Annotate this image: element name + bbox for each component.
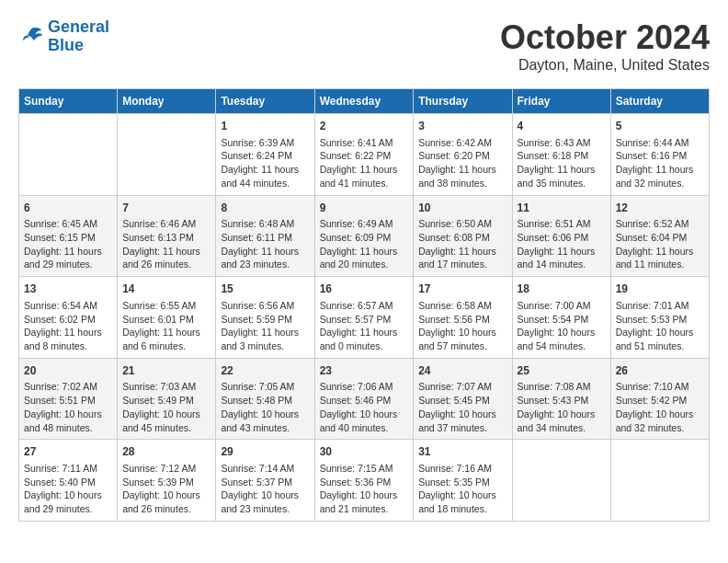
sunrise-time: Sunrise: 6:52 AM <box>616 217 704 231</box>
sunset-time: Sunset: 6:24 PM <box>221 149 309 163</box>
sunrise-time: Sunrise: 7:01 AM <box>616 299 704 313</box>
sunset-time: Sunset: 6:16 PM <box>616 149 704 163</box>
day-number: 8 <box>221 201 309 216</box>
daylight-hours: Daylight: 10 hours and 23 minutes. <box>221 488 309 515</box>
day-headers-row: SundayMondayTuesdayWednesdayThursdayFrid… <box>19 89 710 114</box>
calendar-cell <box>512 440 610 522</box>
calendar-cell: 17Sunrise: 6:58 AMSunset: 5:56 PMDayligh… <box>414 277 512 359</box>
day-number: 16 <box>320 282 409 297</box>
daylight-hours: Daylight: 10 hours and 45 minutes. <box>122 408 210 434</box>
day-number: 10 <box>418 201 506 216</box>
sunrise-time: Sunrise: 7:07 AM <box>418 380 506 394</box>
calendar-cell: 21Sunrise: 7:03 AMSunset: 5:49 PMDayligh… <box>118 358 216 440</box>
daylight-hours: Daylight: 10 hours and 34 minutes. <box>518 408 606 434</box>
sunset-time: Sunset: 6:04 PM <box>616 231 704 245</box>
daylight-hours: Daylight: 11 hours and 11 minutes. <box>616 245 704 271</box>
week-row-3: 13Sunrise: 6:54 AMSunset: 6:02 PMDayligh… <box>19 277 710 359</box>
day-number: 17 <box>418 282 506 297</box>
day-number: 1 <box>221 119 309 134</box>
day-number: 30 <box>320 444 409 460</box>
calendar-cell: 20Sunrise: 7:02 AMSunset: 5:51 PMDayligh… <box>19 358 118 440</box>
sunrise-time: Sunrise: 6:54 AM <box>24 299 112 313</box>
sunrise-time: Sunrise: 6:45 AM <box>24 217 112 231</box>
day-number: 18 <box>518 282 606 297</box>
sunrise-time: Sunrise: 6:56 AM <box>221 299 309 313</box>
sunrise-time: Sunrise: 6:39 AM <box>221 136 309 150</box>
daylight-hours: Daylight: 11 hours and 8 minutes. <box>24 326 112 352</box>
sunset-time: Sunset: 5:59 PM <box>221 313 309 327</box>
sunrise-time: Sunrise: 7:03 AM <box>122 380 210 394</box>
daylight-hours: Daylight: 11 hours and 14 minutes. <box>518 245 606 271</box>
sunrise-time: Sunrise: 7:11 AM <box>24 462 112 476</box>
daylight-hours: Daylight: 11 hours and 44 minutes. <box>221 163 309 190</box>
day-number: 26 <box>616 363 704 379</box>
calendar-cell <box>19 114 118 196</box>
page-header: General Blue October 2024 Dayton, Maine,… <box>18 18 710 74</box>
day-number: 13 <box>24 282 112 297</box>
sunset-time: Sunset: 6:02 PM <box>24 313 112 327</box>
daylight-hours: Daylight: 10 hours and 57 minutes. <box>418 326 506 352</box>
calendar-cell: 6Sunrise: 6:45 AMSunset: 6:15 PMDaylight… <box>19 195 118 277</box>
calendar-cell: 22Sunrise: 7:05 AMSunset: 5:48 PMDayligh… <box>216 358 314 440</box>
week-row-4: 20Sunrise: 7:02 AMSunset: 5:51 PMDayligh… <box>19 358 710 440</box>
day-number: 25 <box>518 363 606 379</box>
day-number: 11 <box>518 201 606 216</box>
calendar-cell: 19Sunrise: 7:01 AMSunset: 5:53 PMDayligh… <box>610 277 709 359</box>
calendar-cell: 18Sunrise: 7:00 AMSunset: 5:54 PMDayligh… <box>512 277 610 359</box>
calendar-cell: 30Sunrise: 7:15 AMSunset: 5:36 PMDayligh… <box>314 440 414 522</box>
calendar-cell: 4Sunrise: 6:43 AMSunset: 6:18 PMDaylight… <box>512 114 610 196</box>
calendar-cell: 11Sunrise: 6:51 AMSunset: 6:06 PMDayligh… <box>512 195 610 277</box>
sunset-time: Sunset: 5:56 PM <box>418 313 506 327</box>
day-header-saturday: Saturday <box>610 89 709 114</box>
sunrise-time: Sunrise: 6:57 AM <box>320 299 409 313</box>
sunset-time: Sunset: 5:49 PM <box>122 394 210 408</box>
calendar-cell: 15Sunrise: 6:56 AMSunset: 5:59 PMDayligh… <box>216 277 314 359</box>
daylight-hours: Daylight: 10 hours and 43 minutes. <box>221 408 309 434</box>
daylight-hours: Daylight: 10 hours and 51 minutes. <box>616 326 704 352</box>
calendar-cell: 1Sunrise: 6:39 AMSunset: 6:24 PMDaylight… <box>216 114 314 196</box>
day-number: 20 <box>24 363 112 379</box>
sunset-time: Sunset: 6:20 PM <box>418 149 506 163</box>
daylight-hours: Daylight: 10 hours and 18 minutes. <box>418 488 506 515</box>
week-row-1: 1Sunrise: 6:39 AMSunset: 6:24 PMDaylight… <box>19 114 710 196</box>
day-number: 7 <box>122 201 210 216</box>
day-number: 5 <box>616 119 704 134</box>
calendar-cell: 9Sunrise: 6:49 AMSunset: 6:09 PMDaylight… <box>314 195 414 277</box>
calendar-table: SundayMondayTuesdayWednesdayThursdayFrid… <box>18 88 710 522</box>
sunset-time: Sunset: 5:36 PM <box>320 476 409 489</box>
calendar-cell <box>610 440 709 522</box>
calendar-cell: 5Sunrise: 6:44 AMSunset: 6:16 PMDaylight… <box>610 114 709 196</box>
day-number: 3 <box>418 119 506 134</box>
day-number: 21 <box>122 363 210 379</box>
calendar-cell <box>118 114 216 196</box>
daylight-hours: Daylight: 10 hours and 40 minutes. <box>320 408 409 434</box>
sunrise-time: Sunrise: 6:46 AM <box>122 217 210 231</box>
day-header-wednesday: Wednesday <box>314 89 414 114</box>
sunset-time: Sunset: 6:09 PM <box>320 231 409 245</box>
sunset-time: Sunset: 5:40 PM <box>24 476 112 489</box>
daylight-hours: Daylight: 10 hours and 26 minutes. <box>122 488 210 515</box>
sunset-time: Sunset: 5:35 PM <box>418 476 506 489</box>
sunset-time: Sunset: 6:18 PM <box>518 149 606 163</box>
calendar-cell: 27Sunrise: 7:11 AMSunset: 5:40 PMDayligh… <box>19 440 118 522</box>
sunset-time: Sunset: 6:06 PM <box>518 231 606 245</box>
sunrise-time: Sunrise: 6:41 AM <box>320 136 409 150</box>
calendar-cell: 14Sunrise: 6:55 AMSunset: 6:01 PMDayligh… <box>118 277 216 359</box>
day-number: 28 <box>122 444 210 460</box>
day-number: 29 <box>221 444 309 460</box>
daylight-hours: Daylight: 11 hours and 29 minutes. <box>24 245 112 271</box>
logo-text-block: General Blue <box>48 18 109 55</box>
daylight-hours: Daylight: 11 hours and 32 minutes. <box>616 163 704 190</box>
day-number: 15 <box>221 282 309 297</box>
sunset-time: Sunset: 6:08 PM <box>418 231 506 245</box>
daylight-hours: Daylight: 10 hours and 29 minutes. <box>24 488 112 515</box>
sunrise-time: Sunrise: 6:51 AM <box>518 217 606 231</box>
day-header-sunday: Sunday <box>19 89 118 114</box>
day-number: 31 <box>418 444 506 460</box>
calendar-cell: 25Sunrise: 7:08 AMSunset: 5:43 PMDayligh… <box>512 358 610 440</box>
month-year-title: October 2024 <box>500 18 710 57</box>
sunrise-time: Sunrise: 6:58 AM <box>418 299 506 313</box>
day-number: 27 <box>24 444 112 460</box>
title-block: October 2024 Dayton, Maine, United State… <box>500 18 710 74</box>
logo-icon <box>18 24 44 50</box>
